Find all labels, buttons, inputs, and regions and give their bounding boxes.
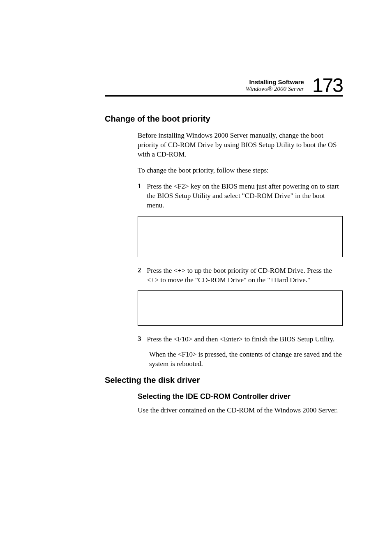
step-3: 3 Press the <F10> and then <Enter> to fi… <box>138 335 343 344</box>
code-box-1 <box>138 216 343 257</box>
instruction-paragraph: To change the boot priority, follow thes… <box>138 166 343 175</box>
step-number: 3 <box>138 335 141 344</box>
header-text-block: Installing Software Windows® 2000 Server <box>246 78 304 92</box>
page-number: 173 <box>312 74 343 97</box>
step-3-note: When the <F10> is pressed, the contents … <box>149 350 343 369</box>
step-text: Press the <F10> and then <Enter> to fini… <box>147 335 335 344</box>
step-number: 1 <box>138 182 141 210</box>
step-2: 2 Press the <+> to up the boot priority … <box>138 266 343 285</box>
driver-text: Use the driver contained on the CD-ROM o… <box>138 406 343 415</box>
section-heading-boot-priority: Change of the boot priority <box>105 114 343 124</box>
content-area: Change of the boot priority Before insta… <box>105 114 343 422</box>
header-subtitle: Windows® 2000 Server <box>246 85 304 92</box>
step-text: Press the <+> to up the boot priority of… <box>147 266 343 285</box>
header-title: Installing Software <box>246 78 304 85</box>
header-rule <box>105 95 343 97</box>
step-1: 1 Press the <F2> key on the BIOS menu ju… <box>138 182 343 210</box>
step-text: Press the <F2> key on the BIOS menu just… <box>147 182 343 210</box>
section-heading-disk-driver: Selecting the disk driver <box>105 375 343 385</box>
page-header: Installing Software Windows® 2000 Server… <box>246 74 343 97</box>
intro-paragraph: Before installing Windows 2000 Server ma… <box>138 131 343 159</box>
subsection-heading-ide-controller: Selecting the IDE CD-ROM Controller driv… <box>138 392 343 401</box>
code-box-2 <box>138 290 343 326</box>
step-number: 2 <box>138 266 141 285</box>
